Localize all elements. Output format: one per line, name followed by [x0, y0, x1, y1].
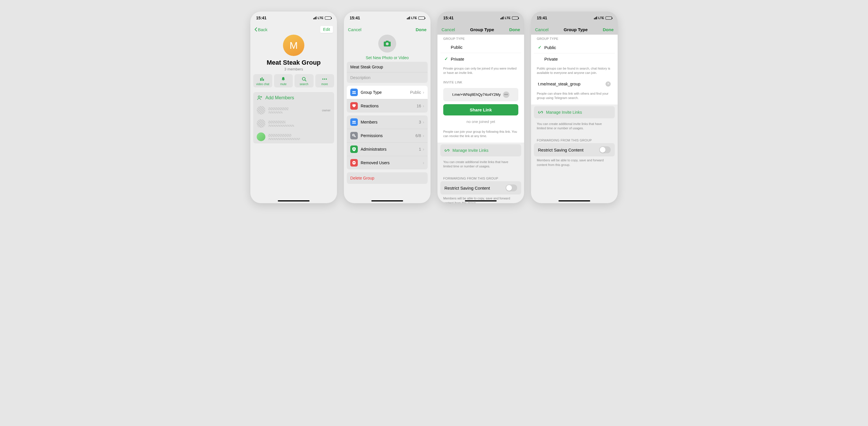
network-label: LTE [318, 16, 323, 20]
group-avatar[interactable]: M [283, 35, 304, 56]
nav-bar: Cancel Group Type Done [437, 24, 524, 35]
cancel-button[interactable]: Cancel [535, 27, 549, 32]
group-type-row[interactable]: Group Type Public › [347, 86, 428, 99]
group-name-input[interactable]: Meat Steak Group [347, 62, 428, 72]
set-photo-button[interactable] [378, 35, 396, 53]
bell-icon [281, 76, 286, 82]
public-link-input[interactable]: t.me/meat_steak_group ✕ [534, 78, 615, 90]
chevron-right-icon: › [423, 120, 424, 124]
description-input[interactable]: Description [347, 72, 428, 83]
status-bar: 15:41 LTE [531, 11, 618, 24]
permissions-value: 6/8 [415, 133, 421, 138]
done-button[interactable]: Done [415, 27, 427, 32]
status-indicators: LTE [407, 16, 425, 20]
public-label: Public [544, 45, 556, 50]
restrict-footer: Members will be able to copy, save and f… [437, 195, 524, 203]
forwarding-header: FORWARDING FROM THIS GROUP [437, 174, 524, 181]
administrators-value: 1 [419, 147, 421, 152]
network-label: LTE [505, 16, 510, 20]
group-type-value: Public [410, 90, 421, 95]
back-label: Back [258, 27, 268, 32]
administrators-label: Administrators [361, 147, 419, 152]
chevron-right-icon: › [423, 161, 424, 165]
heart-icon [350, 102, 358, 110]
permissions-row[interactable]: Permissions 6/8 › [347, 129, 428, 142]
svg-line-4 [305, 80, 306, 81]
chevron-right-icon: › [423, 133, 424, 138]
removed-users-row[interactable]: Removed Users › [347, 156, 428, 169]
more-icon [322, 76, 327, 82]
member-row[interactable] [253, 117, 334, 130]
avatar [257, 119, 266, 128]
cancel-button[interactable]: Cancel [348, 27, 362, 32]
manage-invite-links-button[interactable]: Manage Invite Links [440, 144, 521, 157]
search-button[interactable]: search [294, 74, 314, 88]
group-title: Meat Steak Group [250, 59, 337, 66]
more-button[interactable]: more [315, 74, 334, 88]
signal-icon [407, 17, 410, 19]
svg-rect-1 [261, 77, 262, 81]
network-label: LTE [411, 16, 417, 20]
restrict-toggle[interactable] [506, 185, 517, 191]
clear-icon[interactable]: ✕ [606, 81, 611, 87]
private-option[interactable]: ✓ Private [440, 53, 521, 65]
cancel-button[interactable]: Cancel [441, 27, 455, 32]
invite-link-box[interactable]: t.me/+WNq8EhQy74o4Y2My ••• [443, 88, 518, 101]
restrict-toggle[interactable] [599, 146, 611, 153]
action-row: video chat mute search more [250, 71, 337, 90]
svg-point-14 [352, 91, 354, 93]
share-link-button[interactable]: Share Link [443, 104, 518, 116]
restrict-label: Restrict Saving Content [538, 148, 584, 153]
members-row[interactable]: Members 3 › [347, 116, 428, 129]
svg-line-20 [355, 136, 355, 136]
delete-card: Delete Group [347, 172, 428, 184]
reactions-row[interactable]: Reactions 16 › [347, 99, 428, 112]
group-type-list: ✓ Public Private [534, 41, 615, 65]
invite-link-text: t.me/+WNq8EhQy74o4Y2My [452, 92, 500, 97]
reactions-label: Reactions [361, 104, 417, 108]
nav-bar: Cancel Done [344, 24, 431, 35]
group-type-header: GROUP TYPE [437, 35, 524, 41]
private-option[interactable]: Private [534, 53, 615, 65]
public-option[interactable]: ✓ Public [534, 41, 615, 53]
status-time: 15:41 [443, 15, 454, 20]
invite-link-card: t.me/+WNq8EhQy74o4Y2My ••• Share Link no… [440, 85, 521, 128]
member-status-redacted [268, 138, 300, 140]
svg-rect-22 [353, 163, 355, 163]
set-photo-link[interactable]: Set New Photo or Video [344, 56, 431, 60]
link-more-icon[interactable]: ••• [503, 92, 509, 98]
edit-button[interactable]: Edit [320, 26, 333, 33]
member-status-redacted [268, 111, 283, 113]
delete-group-button[interactable]: Delete Group [347, 172, 428, 184]
mute-button[interactable]: mute [274, 74, 293, 88]
member-row[interactable] [253, 130, 334, 143]
back-button[interactable]: Back [254, 27, 268, 32]
manage-invite-links-button[interactable]: Manage Invite Links [534, 106, 615, 118]
manage-links-card: Manage Invite Links [534, 106, 615, 118]
home-indicator [278, 200, 310, 201]
done-button[interactable]: Done [602, 27, 614, 32]
restrict-saving-row[interactable]: Restrict Saving Content [534, 143, 615, 157]
member-name-redacted [268, 134, 291, 137]
search-label: search [300, 83, 308, 86]
invite-link-header: INVITE LINK [437, 78, 524, 85]
svg-point-16 [352, 121, 354, 122]
video-chat-button[interactable]: video chat [253, 74, 272, 88]
nav-bar: Back Edit [250, 24, 337, 35]
avatar [257, 132, 266, 141]
group-type-header: GROUP TYPE [531, 35, 618, 41]
administrators-row[interactable]: Administrators 1 › [347, 142, 428, 156]
public-link-text: t.me/meat_steak_group [538, 82, 603, 86]
member-row[interactable]: owner [253, 104, 334, 117]
public-option[interactable]: Public [440, 41, 521, 53]
permissions-label: Permissions [361, 133, 415, 138]
add-members-button[interactable]: Add Members [253, 92, 334, 104]
svg-point-7 [326, 78, 327, 80]
restrict-saving-row[interactable]: Restrict Saving Content [440, 181, 521, 195]
member-name-redacted [268, 107, 288, 110]
video-chat-icon [260, 76, 266, 82]
private-label: Private [544, 57, 558, 62]
done-button[interactable]: Done [509, 27, 520, 32]
screen-group-type-private: 15:41 LTE Cancel Group Type Done GROUP T… [437, 11, 524, 203]
members-icon [350, 118, 358, 126]
